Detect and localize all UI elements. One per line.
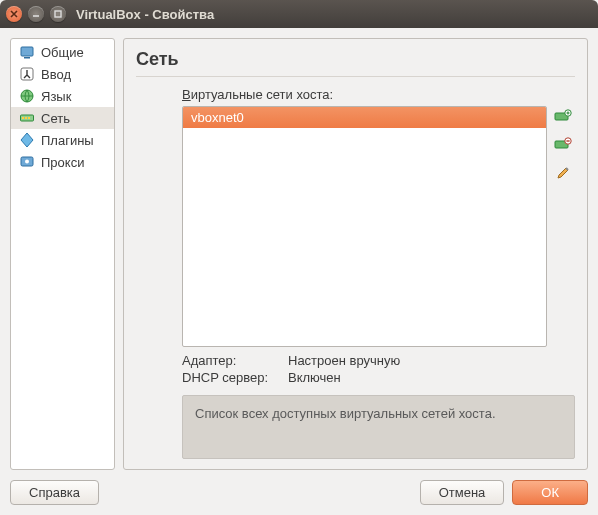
content-panel: Сеть Виртуальные сети хоста: vboxnet0 — [123, 38, 588, 470]
sidebar-item-general[interactable]: Общие — [11, 41, 114, 63]
adapter-value: Настроен вручную — [288, 353, 575, 368]
add-network-button[interactable] — [553, 108, 573, 126]
host-networks-list[interactable]: vboxnet0 — [182, 106, 547, 347]
window-close-button[interactable] — [6, 6, 22, 22]
network-icon — [19, 110, 35, 126]
titlebar: VirtualBox - Свойства — [0, 0, 598, 28]
general-icon — [19, 44, 35, 60]
input-icon — [19, 66, 35, 82]
minimize-icon — [32, 10, 40, 18]
svg-rect-8 — [28, 117, 30, 119]
sidebar-item-proxy[interactable]: Прокси — [11, 151, 114, 173]
network-remove-icon — [554, 137, 572, 153]
svg-rect-6 — [22, 117, 24, 119]
plugins-icon — [19, 132, 35, 148]
list-toolbar — [553, 106, 575, 347]
sidebar-item-label: Прокси — [41, 155, 84, 170]
window-maximize-button[interactable] — [50, 6, 66, 22]
cancel-button[interactable]: Отмена — [420, 480, 505, 505]
svg-point-10 — [25, 160, 29, 164]
sidebar-item-input[interactable]: Ввод — [11, 63, 114, 85]
host-networks-label: Виртуальные сети хоста: — [182, 87, 575, 102]
window-body: Общие Ввод Язык Сеть — [0, 28, 598, 515]
svg-rect-7 — [25, 117, 27, 119]
remove-network-button[interactable] — [553, 136, 573, 154]
svg-rect-1 — [21, 47, 33, 56]
dialog-buttons: Справка Отмена ОК — [10, 470, 588, 505]
description-box: Список всех доступных виртуальных сетей … — [182, 395, 575, 459]
dhcp-label: DHCP сервер: — [182, 370, 288, 385]
adapter-label: Адаптер: — [182, 353, 288, 368]
help-button[interactable]: Справка — [10, 480, 99, 505]
sidebar-item-label: Язык — [41, 89, 71, 104]
edit-icon — [555, 165, 571, 181]
svg-rect-0 — [55, 11, 61, 17]
window-minimize-button[interactable] — [28, 6, 44, 22]
language-icon — [19, 88, 35, 104]
svg-rect-2 — [24, 57, 30, 59]
close-icon — [10, 10, 18, 18]
sidebar-item-network[interactable]: Сеть — [11, 107, 114, 129]
sidebar-item-label: Ввод — [41, 67, 71, 82]
network-add-icon — [554, 109, 572, 125]
list-item[interactable]: vboxnet0 — [183, 107, 546, 128]
sidebar-item-label: Общие — [41, 45, 84, 60]
section-title: Сеть — [136, 49, 575, 77]
dhcp-value: Включен — [288, 370, 575, 385]
ok-button[interactable]: ОК — [512, 480, 588, 505]
sidebar-item-plugins[interactable]: Плагины — [11, 129, 114, 151]
description-text: Список всех доступных виртуальных сетей … — [195, 406, 496, 421]
sidebar-item-label: Плагины — [41, 133, 94, 148]
edit-network-button[interactable] — [553, 164, 573, 182]
proxy-icon — [19, 154, 35, 170]
preferences-sidebar: Общие Ввод Язык Сеть — [10, 38, 115, 470]
window-title: VirtualBox - Свойства — [76, 7, 214, 22]
network-details: Адаптер: Настроен вручную DHCP сервер: В… — [182, 353, 575, 385]
sidebar-item-language[interactable]: Язык — [11, 85, 114, 107]
sidebar-item-label: Сеть — [41, 111, 70, 126]
maximize-icon — [54, 10, 62, 18]
